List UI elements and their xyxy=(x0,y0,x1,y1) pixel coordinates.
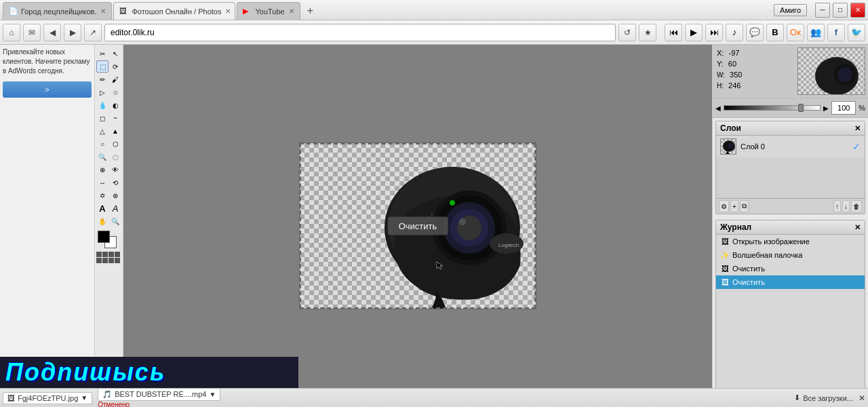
tool-hand[interactable]: ✋ xyxy=(96,215,108,227)
status-downloads[interactable]: ⬇ Все загрузки... xyxy=(794,393,853,402)
tool-smudge[interactable]: ~ xyxy=(109,112,121,124)
address-input[interactable] xyxy=(104,24,616,41)
music-icon: 🎵 xyxy=(102,390,112,399)
home-button[interactable]: ⌂ xyxy=(3,24,20,41)
brush-presets xyxy=(96,252,121,263)
tool-eye[interactable]: 👁 xyxy=(109,163,121,176)
new-tab-button[interactable]: + xyxy=(302,2,319,20)
tool-shape2[interactable]: ☆ xyxy=(109,86,121,98)
tool-burn[interactable]: ▲ xyxy=(109,125,121,137)
tool-blur[interactable]: ◌ xyxy=(109,151,121,163)
tool-clone[interactable]: ✡ xyxy=(96,189,108,201)
journal-item-3[interactable]: 🖼 Очистить xyxy=(716,275,865,289)
brush-preset-2[interactable] xyxy=(102,252,108,257)
journal-item-0[interactable]: 🖼 Открыть изображение xyxy=(716,235,865,248)
canvas-area[interactable]: Logitech Очистить xyxy=(123,45,712,407)
opacity-slider[interactable] xyxy=(724,105,821,111)
brush-preset-7[interactable] xyxy=(108,258,114,263)
tab-close-youtube[interactable]: ✕ xyxy=(289,7,294,15)
tab-city[interactable]: 📄 Город лецплейщиков. ✕ xyxy=(3,2,112,20)
forward-button[interactable]: ▶ xyxy=(64,24,81,41)
opacity-input[interactable] xyxy=(831,101,856,115)
tool-filter[interactable]: ⬡ xyxy=(109,138,121,150)
back-button[interactable]: ◀ xyxy=(43,24,61,41)
brush-preset-1[interactable] xyxy=(96,252,102,257)
next-media-button[interactable]: ⏭ xyxy=(705,24,723,41)
tab-youtube[interactable]: ▶ YouTube ✕ xyxy=(237,2,300,20)
slider-thumb[interactable] xyxy=(798,104,804,112)
layer-add-button[interactable]: + xyxy=(730,200,738,212)
file-dropdown-arrow[interactable]: ▼ xyxy=(81,394,87,402)
brush-preset-5[interactable] xyxy=(96,258,102,263)
foreground-color[interactable] xyxy=(98,231,110,243)
close-button[interactable]: ✕ xyxy=(850,3,865,18)
layer-move-up-button[interactable]: ↑ xyxy=(833,200,841,212)
svg-point-21 xyxy=(728,142,734,149)
twitter-button[interactable]: 🐦 xyxy=(848,24,865,41)
tool-transform[interactable]: ↔ xyxy=(96,176,108,189)
tool-rect-select[interactable]: ⬚ xyxy=(96,60,108,73)
minimize-button[interactable]: ─ xyxy=(815,3,830,18)
tool-crop[interactable]: ✂ xyxy=(96,47,108,60)
ad-button[interactable]: > xyxy=(3,81,92,98)
amigo-button[interactable]: Амиго xyxy=(774,4,807,16)
bookmark-button[interactable]: ★ xyxy=(639,24,656,41)
share-button[interactable]: ↗ xyxy=(84,24,102,41)
maximize-button[interactable]: □ xyxy=(833,3,848,18)
prev-media-button[interactable]: ⏮ xyxy=(665,24,682,41)
clear-button[interactable]: Очистить xyxy=(388,217,448,235)
tab-photoshop[interactable]: 🖼 Фотошоп Онлайн / Photos ✕ xyxy=(113,2,235,20)
layer-settings-button[interactable]: ⚙ xyxy=(719,200,729,212)
tool-row-7: △ ▲ xyxy=(96,125,121,137)
facebook-button[interactable]: f xyxy=(827,24,845,41)
tool-sharpen[interactable]: 🔍 xyxy=(96,151,108,163)
image-canvas[interactable]: Logitech Очистить xyxy=(299,142,536,309)
tool-crosshair[interactable]: ⊕ xyxy=(96,163,108,176)
tool-zoom[interactable]: 🔍 xyxy=(109,215,121,227)
tool-sponge[interactable]: ○ xyxy=(96,138,108,150)
music-button[interactable]: ♪ xyxy=(726,24,743,41)
music-dropdown-arrow[interactable]: ▼ xyxy=(209,391,216,398)
journal-item-2[interactable]: 🖼 Очистить xyxy=(716,262,865,275)
bold-button[interactable]: B xyxy=(766,24,784,41)
tool-text2[interactable]: A xyxy=(109,202,121,214)
journal-panel-close[interactable]: ✕ xyxy=(854,223,861,232)
layers-panel-close[interactable]: ✕ xyxy=(854,124,861,133)
tool-lasso[interactable]: ⟳ xyxy=(109,60,121,73)
refresh-button[interactable]: ↺ xyxy=(618,24,636,41)
mail-button[interactable]: ✉ xyxy=(23,24,41,41)
tool-text[interactable]: A xyxy=(96,202,108,214)
brush-preset-4[interactable] xyxy=(115,252,120,257)
tab-close-city[interactable]: ✕ xyxy=(100,7,106,15)
tool-shape[interactable]: ▷ xyxy=(96,86,108,98)
tool-dodge[interactable]: △ xyxy=(96,125,108,137)
brush-preset-8[interactable] xyxy=(115,258,120,263)
friends-button[interactable]: 👥 xyxy=(807,24,825,41)
chat-button[interactable]: 💬 xyxy=(746,24,764,41)
layer-0-visibility[interactable]: ✓ xyxy=(852,141,861,152)
layer-duplicate-button[interactable]: ⧉ xyxy=(740,200,749,212)
play-media-button[interactable]: ▶ xyxy=(685,24,703,41)
journal-item-1[interactable]: ✨ Волшебная палочка xyxy=(716,248,865,262)
tool-move[interactable]: ↖ xyxy=(109,47,121,60)
tool-warp[interactable]: ⟲ xyxy=(109,176,121,189)
tab-close-photoshop[interactable]: ✕ xyxy=(225,7,231,15)
brush-preset-3[interactable] xyxy=(108,252,114,257)
slider-right-arrow[interactable]: ▶ xyxy=(823,104,829,112)
odnoklassniki-button[interactable]: Ок xyxy=(787,24,804,41)
layer-move-down-button[interactable]: ↓ xyxy=(842,200,850,212)
tool-pencil[interactable]: ✏ xyxy=(96,73,108,85)
tool-heal[interactable]: ⊛ xyxy=(109,189,121,201)
tool-brush[interactable]: 🖌 xyxy=(109,73,121,85)
layer-item-0[interactable]: Слой 0 ✓ xyxy=(716,136,865,157)
music-section: 🎵 BEST DUBSTEP RE....mp4 ▼ Отменено xyxy=(98,388,220,408)
tool-fill[interactable]: 💧 xyxy=(96,99,108,111)
status-close-button[interactable]: ✕ xyxy=(859,393,865,403)
layers-title: Слои xyxy=(720,123,741,133)
tool-gradient[interactable]: ◐ xyxy=(109,99,121,111)
tool-eraser[interactable]: ◻ xyxy=(96,112,108,124)
layer-delete-button[interactable]: 🗑 xyxy=(851,200,862,212)
preview-thumbnail xyxy=(797,47,865,95)
brush-preset-6[interactable] xyxy=(102,258,108,263)
slider-left-arrow[interactable]: ◀ xyxy=(715,104,721,112)
